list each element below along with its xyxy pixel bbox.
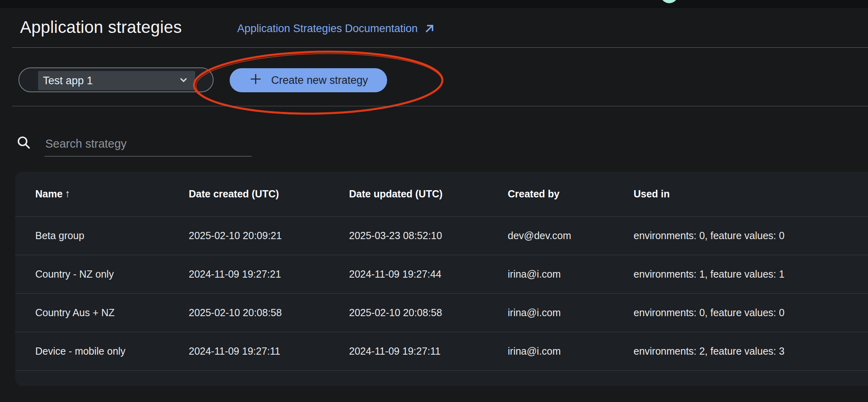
cell-used-in: environments: 0, feature values: 0	[634, 230, 868, 242]
column-header-name[interactable]: Name ↑	[35, 188, 189, 200]
column-header-created-by[interactable]: Created by	[508, 188, 634, 200]
cell-date-created: 2025-02-10 20:09:21	[189, 230, 349, 242]
cell-date-created: 2025-02-10 20:08:58	[189, 307, 349, 319]
table-row[interactable]: Beta group 2025-02-10 20:09:21 2025-03-2…	[15, 217, 868, 255]
sort-ascending-icon: ↑	[65, 187, 70, 200]
toolbar-divider	[12, 106, 868, 106]
cell-date-updated: 2024-11-09 19:27:11	[349, 345, 508, 357]
cell-created-by: irina@i.com	[508, 268, 634, 280]
cell-used-in: environments: 0, feature values: 0	[634, 307, 868, 319]
documentation-link-label: Application Strategies Documentation	[237, 22, 418, 35]
cell-used-in: environments: 1, feature values: 1	[634, 268, 868, 280]
cell-created-by: irina@i.com	[508, 345, 634, 357]
cell-date-updated: 2025-02-10 20:08:58	[349, 307, 508, 319]
create-new-strategy-button[interactable]: Create new strategy	[230, 68, 387, 92]
cell-name: Country - NZ only	[35, 268, 189, 280]
chevron-down-icon	[178, 74, 190, 87]
cell-name: Country Aus + NZ	[35, 307, 189, 319]
app-select-value: Test app 1	[43, 75, 93, 87]
cell-name: Beta group	[35, 230, 189, 242]
cell-date-created: 2024-11-09 19:27:21	[189, 268, 349, 280]
column-header-used-in[interactable]: Used in	[634, 188, 868, 200]
table-footer-spacer	[15, 371, 868, 386]
cell-used-in: environments: 2, feature values: 3	[634, 345, 868, 357]
documentation-link[interactable]: Application Strategies Documentation	[237, 22, 436, 35]
app-select[interactable]: Test app 1	[38, 71, 195, 90]
create-new-strategy-label: Create new strategy	[271, 74, 368, 87]
table-row[interactable]: Country Aus + NZ 2025-02-10 20:08:58 202…	[15, 294, 868, 332]
column-header-date-created[interactable]: Date created (UTC)	[189, 188, 349, 200]
search-bar	[0, 128, 281, 168]
cell-date-updated: 2025-03-23 08:52:10	[349, 230, 508, 242]
table-header-row: Name ↑ Date created (UTC) Date updated (…	[15, 172, 868, 217]
column-header-date-updated[interactable]: Date updated (UTC)	[349, 188, 508, 200]
header-divider	[12, 47, 868, 48]
cell-created-by: dev@dev.com	[508, 230, 634, 242]
search-input[interactable]	[44, 132, 252, 156]
strategies-table: Name ↑ Date created (UTC) Date updated (…	[15, 172, 868, 386]
table-row[interactable]: Device - mobile only 2024-11-09 19:27:11…	[15, 332, 868, 371]
cell-created-by: irina@i.com	[508, 307, 634, 319]
cell-date-updated: 2024-11-09 19:27:44	[349, 268, 508, 280]
app-selector-pill: Test app 1	[18, 67, 214, 92]
page-title: Application strategies	[20, 18, 182, 37]
arrow-outward-icon	[423, 22, 436, 35]
cell-name: Device - mobile only	[35, 345, 189, 357]
table-row[interactable]: Country - NZ only 2024-11-09 19:27:21 20…	[15, 255, 868, 294]
top-app-strip	[0, 0, 868, 8]
search-icon	[15, 134, 32, 153]
cell-date-created: 2024-11-09 19:27:11	[189, 345, 349, 357]
plus-icon	[249, 72, 262, 89]
